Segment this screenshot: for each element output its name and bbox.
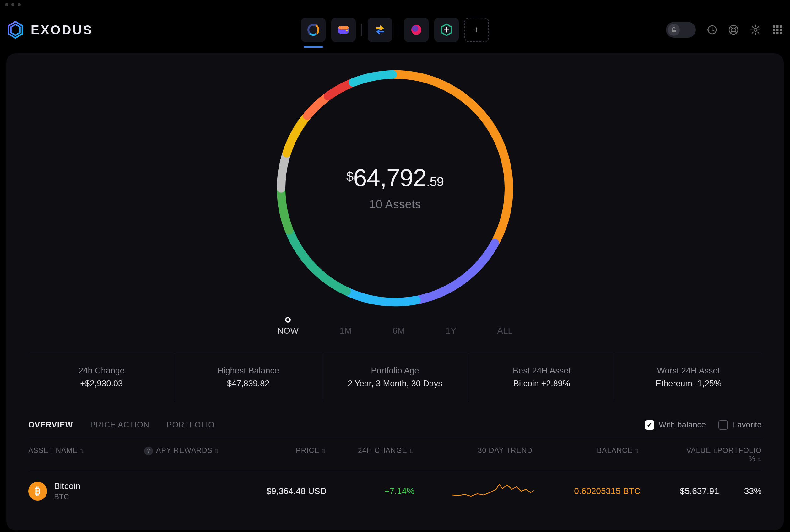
table-tab-overview[interactable]: OVERVIEW [28, 420, 73, 430]
donut-slice[interactable] [307, 98, 326, 116]
svg-point-7 [412, 25, 418, 32]
col-price[interactable]: PRICE⇅ [232, 446, 326, 463]
stat-cell: Best 24H AssetBitcoin +2.89% [469, 354, 615, 401]
portfolio-donut: $64,792.59 10 Assets [28, 66, 762, 320]
history-button[interactable] [705, 23, 718, 36]
asset-ticker: BTC [54, 492, 80, 501]
lock-toggle[interactable] [666, 22, 696, 38]
nav-separator [361, 23, 362, 36]
donut-slice[interactable] [353, 74, 393, 82]
stat-label: Highest Balance [178, 366, 318, 376]
stat-cell: 24h Change+$2,930.03 [28, 354, 175, 401]
svg-rect-4 [338, 26, 349, 29]
app-name: EXODUS [31, 23, 93, 37]
stat-cell: Worst 24H AssetEthereum -1,25% [616, 354, 762, 401]
balance-display: $64,792.59 10 Assets [346, 164, 444, 211]
nav-exchange[interactable] [368, 18, 392, 42]
svg-rect-21 [779, 32, 782, 34]
portfolio-stats: 24h Change+$2,930.03Highest Balance$47,8… [28, 353, 762, 401]
donut-slice[interactable] [290, 232, 347, 291]
donut-slice[interactable] [281, 191, 289, 230]
history-icon [706, 24, 717, 36]
svg-rect-15 [779, 25, 782, 27]
donut-slice[interactable] [287, 118, 306, 153]
table-tab-price-action[interactable]: PRICE ACTION [90, 420, 149, 430]
donut-slice[interactable] [281, 155, 286, 188]
asset-name: Bitcoin [54, 481, 80, 491]
donut-slice[interactable] [395, 74, 509, 241]
svg-rect-17 [776, 29, 779, 31]
profile-icon [410, 23, 423, 37]
stat-label: Portfolio Age [325, 366, 465, 376]
col-balance[interactable]: BALANCE⇅ [532, 446, 639, 463]
asset-value: $5,637.91 [641, 486, 719, 496]
stat-value: +$2,930.03 [32, 379, 171, 388]
stat-cell: Portfolio Age2 Year, 3 Month, 30 Days [322, 354, 469, 401]
stat-label: Best 24H Asset [472, 366, 612, 376]
main-nav: + [301, 18, 489, 42]
timerange-6m[interactable]: 6M [393, 317, 405, 336]
swap-arrows-icon [373, 23, 387, 37]
col-apy-rewards[interactable]: ?APY REWARDS⇅ [144, 446, 232, 463]
filter-with-balance[interactable]: ✔ With balance [645, 420, 706, 430]
checkbox-checked-icon: ✔ [645, 420, 654, 430]
currency-symbol: $ [346, 169, 353, 184]
svg-rect-20 [776, 32, 779, 34]
svg-rect-13 [773, 25, 775, 27]
donut-slice[interactable] [418, 243, 494, 300]
stat-value: $47,839.82 [178, 379, 318, 388]
col-24h-change[interactable]: 24H CHANGE⇅ [326, 446, 414, 463]
window-titlebar [0, 0, 790, 10]
help-icon[interactable]: ? [144, 446, 153, 455]
stat-value: 2 Year, 3 Month, 30 Days [325, 379, 465, 388]
col-asset-name[interactable]: ASSET NAME⇅ [28, 446, 144, 463]
asset-24h-change: +7.14% [326, 486, 414, 496]
checkbox-unchecked-icon [718, 420, 728, 430]
svg-point-5 [346, 30, 347, 32]
window-maximize-dot[interactable] [18, 3, 21, 6]
stat-value: Ethereum -1,25% [619, 379, 758, 388]
window-close-dot[interactable] [5, 3, 8, 6]
table-tab-portfolio[interactable]: PORTFOLIO [167, 420, 215, 430]
col-value[interactable]: VALUE⇅ [639, 446, 717, 463]
grid-icon [772, 24, 783, 36]
header-actions [666, 22, 784, 38]
col-portfolio-pct[interactable]: PORTFOLIO %⇅ [717, 446, 762, 463]
apps-grid-button[interactable] [771, 23, 784, 36]
window-minimize-dot[interactable] [11, 3, 15, 6]
asset-balance: 0.60205315 BTC [534, 486, 641, 496]
nav-add-button[interactable]: + [464, 18, 489, 42]
timerange-1m[interactable]: 1M [339, 317, 352, 336]
svg-text:₿: ₿ [35, 485, 40, 496]
timerange-now[interactable]: NOW [277, 317, 299, 336]
assets-count: 10 Assets [346, 198, 444, 211]
svg-rect-16 [773, 29, 775, 31]
hex-plus-icon [439, 23, 453, 37]
table-view-tabs: OVERVIEWPRICE ACTIONPORTFOLIO [28, 420, 215, 430]
timerange-1y[interactable]: 1Y [446, 317, 456, 336]
lock-icon [671, 27, 677, 33]
exodus-logo-icon [6, 21, 24, 39]
settings-button[interactable] [749, 23, 762, 36]
balance-major: 64,792 [353, 164, 427, 191]
stat-label: Worst 24H Asset [619, 366, 758, 376]
donut-slice[interactable] [349, 292, 416, 302]
svg-rect-14 [776, 25, 779, 27]
stat-cell: Highest Balance$47,839.82 [175, 354, 321, 401]
filter-favorite[interactable]: Favorite [718, 420, 762, 430]
timerange-all[interactable]: ALL [497, 317, 513, 336]
nav-rewards[interactable] [404, 18, 429, 42]
asset-price: $9,364.48 USD [232, 486, 326, 496]
support-button[interactable] [727, 23, 740, 36]
asset-row[interactable]: ₿BitcoinBTC$9,364.48 USD+7.14%0.60205315… [28, 471, 762, 512]
balance-minor: .59 [427, 174, 444, 189]
app-header: EXODUS [6, 10, 784, 50]
asset-portfolio-pct: 33% [719, 486, 762, 496]
svg-rect-19 [773, 32, 775, 34]
nav-portfolio[interactable] [301, 18, 326, 42]
svg-rect-8 [672, 30, 676, 32]
asset-sparkline [414, 480, 534, 502]
nav-wallet[interactable] [331, 18, 356, 42]
nav-apps[interactable] [434, 18, 459, 42]
donut-slice[interactable] [328, 83, 351, 96]
